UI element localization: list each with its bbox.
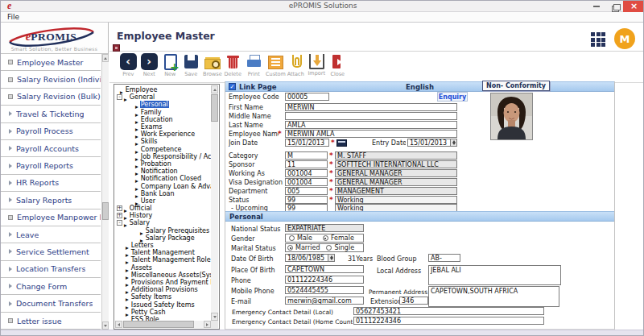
local-address-field[interactable]: JEBAL ALI <box>428 265 561 285</box>
entry-date-field[interactable]: 15/01/2013 <box>407 139 457 147</box>
tree-item[interactable]: Notification Closed <box>115 175 211 182</box>
toolbar-button-attach[interactable]: Attach <box>287 53 305 77</box>
tree-item[interactable]: Notification <box>115 168 211 175</box>
scrollbar-thumb[interactable] <box>102 202 109 220</box>
sidebar-item[interactable]: Change Form <box>1 278 101 295</box>
minimize-icon[interactable] <box>588 2 605 12</box>
middle-name-field[interactable] <box>285 112 457 120</box>
sidebar-item[interactable]: Employee Manpower Report <box>1 209 101 226</box>
scrollbar-thumb[interactable] <box>123 321 194 328</box>
national-status-field[interactable]: EXPATRIATE <box>285 224 364 232</box>
category-code-field[interactable]: M <box>285 151 328 160</box>
email-field[interactable]: merwin@gmail.com <box>285 297 364 305</box>
restore-icon[interactable] <box>605 2 623 12</box>
apps-grid-icon[interactable] <box>591 32 605 47</box>
user-avatar[interactable]: M <box>614 28 635 49</box>
scroll-down-icon[interactable] <box>102 321 109 330</box>
sponsor-code-field[interactable]: 11 <box>285 160 328 168</box>
non-conformity-button[interactable]: Non- Conformity <box>482 81 550 91</box>
collapse-icon[interactable] <box>113 44 120 52</box>
toolbar-button-save[interactable]: Save <box>182 53 200 77</box>
spinner-icon[interactable] <box>450 139 456 146</box>
employee-code-field[interactable]: 00005 <box>285 93 329 101</box>
sidebar-item[interactable]: Salary Reports <box>1 192 101 209</box>
tree-horizontal-scrollbar[interactable] <box>115 321 211 328</box>
toolbar-button-close[interactable]: Close <box>328 53 347 77</box>
marital-married-option[interactable]: Married <box>287 244 320 251</box>
emergency-home-field[interactable]: 01112224346 <box>353 317 544 325</box>
mobile-phone-field[interactable]: 0524445455 <box>285 286 364 294</box>
tree-item[interactable]: Exams <box>115 123 211 131</box>
menu-file[interactable]: File <box>7 13 19 21</box>
toolbar-button-import[interactable]: Import <box>308 53 326 77</box>
sidebar-item[interactable]: Salary Revision (Individual) <box>1 71 101 88</box>
scroll-left-icon[interactable] <box>115 321 122 328</box>
tree-expand-icon[interactable]: - <box>117 220 122 226</box>
tree-item[interactable]: Probation <box>115 160 211 168</box>
marital-single-option[interactable]: Single <box>326 244 354 251</box>
tree-vertical-scrollbar[interactable] <box>211 85 218 321</box>
sidebar-item[interactable]: Employee Master <box>1 54 101 71</box>
radio-icon[interactable] <box>323 235 328 241</box>
sidebar-item[interactable]: HR Reports <box>1 175 101 192</box>
join-date-field[interactable]: 15/01/2013 <box>285 139 329 147</box>
tree-item[interactable]: Company Loan & Advan <box>115 182 211 189</box>
toolbar-button-new[interactable]: New <box>161 53 180 77</box>
first-name-field[interactable]: MERWIN <box>285 103 457 111</box>
emergency-local-field[interactable]: 05627453421 <box>353 307 544 315</box>
tree-item[interactable]: -General <box>115 93 211 101</box>
last-name-field[interactable]: AMLA <box>285 121 457 129</box>
tree-item[interactable]: Personal <box>115 101 211 108</box>
date-of-birth-field[interactable]: 18/06/1985 <box>285 254 335 262</box>
tree-item[interactable]: Bank Loan <box>115 190 211 197</box>
spinner-icon[interactable] <box>328 255 334 261</box>
place-of-birth-field[interactable]: CAPETOWN <box>285 265 364 273</box>
tree-item[interactable]: Family <box>115 109 211 116</box>
sidebar-scrollbar[interactable] <box>101 54 109 330</box>
gender-male-option[interactable]: Male <box>289 234 312 242</box>
radio-icon[interactable] <box>326 245 332 251</box>
radio-icon[interactable] <box>289 235 295 241</box>
tree-item[interactable]: Salary Prerequisites <box>115 227 211 234</box>
scroll-right-icon[interactable] <box>204 321 211 328</box>
tree-item[interactable]: Education <box>115 116 211 123</box>
extension-field[interactable]: 346 <box>399 297 428 305</box>
toolbar-button-delete[interactable]: Delete <box>224 53 242 77</box>
status-code-field[interactable]: 99 <box>285 196 328 204</box>
sidebar-item[interactable]: Document Transfers <box>1 295 101 312</box>
tree-item[interactable]: +History <box>115 212 211 219</box>
scroll-down-icon[interactable] <box>211 313 218 321</box>
tree-item[interactable]: User <box>115 197 211 205</box>
scrollbar-thumb[interactable] <box>211 94 218 122</box>
blood-group-field[interactable]: AB- <box>428 254 460 262</box>
sidebar-item[interactable]: Letter issue <box>1 313 101 330</box>
sidebar-item[interactable]: Service Settlement <box>1 243 101 260</box>
tree-item[interactable]: Employee <box>115 86 211 93</box>
sidebar-item[interactable]: Leave <box>1 226 101 243</box>
toolbar-button-next[interactable]: Next <box>140 53 159 77</box>
sidebar-item[interactable]: Salary Revision (Bulk) <box>1 89 101 106</box>
sidebar-item[interactable]: Payroll Process <box>1 123 101 140</box>
tree-expand-icon[interactable]: + <box>117 213 122 218</box>
tree-item[interactable]: Work Experience <box>115 131 211 138</box>
gender-female-option[interactable]: Female <box>323 234 354 242</box>
tree-item[interactable]: Job Responsibility / Acco <box>115 153 211 160</box>
sidebar-item[interactable]: Location Transfers <box>1 261 101 278</box>
toolbar-button-browse[interactable]: Browse <box>203 53 221 77</box>
toolbar-button-print[interactable]: Print <box>245 53 263 77</box>
permanent-address-field[interactable]: CAPETOWN,SOUTH AFRICA <box>428 286 559 307</box>
phone-field[interactable]: 01112224346 <box>285 276 364 284</box>
tree-item[interactable]: +Official <box>115 205 211 212</box>
sidebar-item[interactable]: Payroll Reports <box>1 157 101 174</box>
tree-item[interactable]: Skills <box>115 138 211 145</box>
tree-item[interactable]: Competence <box>115 146 211 153</box>
close-icon[interactable] <box>623 1 644 12</box>
toolbar-button-prev[interactable]: Prev <box>119 53 138 77</box>
department-code-field[interactable]: 005 <box>285 187 328 195</box>
scroll-up-icon[interactable] <box>211 85 218 93</box>
visa-designation-code-field[interactable]: 001004 <box>285 178 328 186</box>
toolbar-button-custom[interactable]: Custom <box>266 53 284 77</box>
enquiry-button[interactable]: Enquiry <box>437 92 468 102</box>
tree-expand-icon[interactable]: + <box>117 205 122 211</box>
scroll-up-icon[interactable] <box>102 54 109 62</box>
